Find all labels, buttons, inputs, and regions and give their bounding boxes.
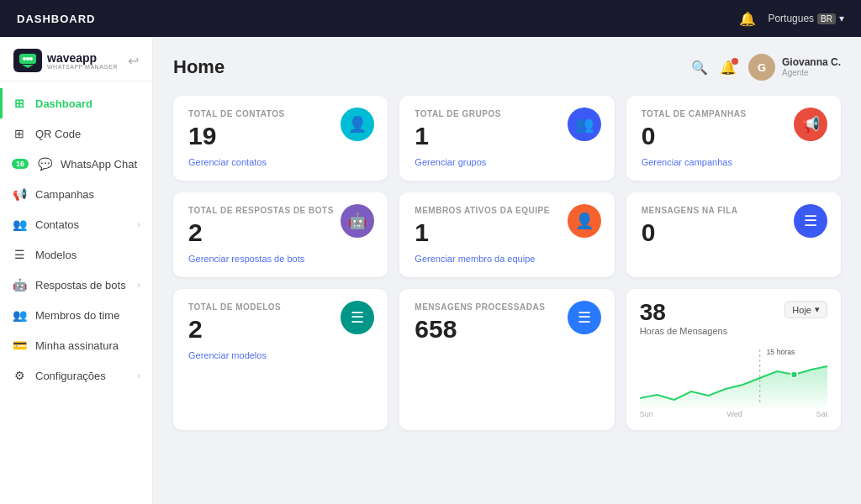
flag-badge: BR	[817, 13, 836, 24]
user-name: Giovanna C.	[782, 56, 841, 68]
sidebar-item-respostas-bots[interactable]: 🤖 Respostas de bots ›	[0, 270, 152, 300]
svg-point-5	[790, 371, 797, 378]
lang-chevron: ▾	[839, 13, 844, 24]
membros-icon: 👥	[12, 307, 27, 323]
svg-point-3	[29, 57, 33, 60]
contatos-arrow: ›	[137, 219, 140, 229]
sidebar-item-label: QR Code	[35, 128, 140, 140]
sidebar-item-label: Dashboard	[35, 97, 140, 110]
grupos-card-icon: 👥	[568, 108, 601, 141]
campanhas-icon: 📢	[12, 186, 27, 202]
card-total-campanhas: 📢 TOTAL DE CAMPANHAS 0 Gerenciar campanh…	[626, 96, 841, 181]
chart-x-labels: Sun Wed Sat	[640, 410, 827, 418]
sidebar-item-label: Modelos	[35, 249, 140, 261]
logo-sub: WHATSAPP MANAGER	[47, 64, 118, 70]
card-total-grupos: 👥 TOTAL DE GRUPOS 1 Gerenciar grupos	[399, 96, 614, 181]
search-icon[interactable]: 🔍	[691, 60, 708, 76]
logo-name: waveapp	[47, 52, 118, 64]
topbar: DASHBOARD 🔔 Portugues BR ▾	[0, 0, 861, 37]
bell-icon[interactable]: 🔔	[739, 11, 756, 27]
campanhas-card-icon: 📢	[794, 108, 827, 141]
sidebar-item-label: Configurações	[35, 370, 129, 382]
processadas-card-icon: ☰	[568, 301, 601, 334]
header-right: 🔍 🔔 G Giovanna C. Agente	[691, 54, 841, 81]
card-mensagens-fila: ☰ MENSAGENS NA FILA 0	[626, 192, 841, 277]
membros-card-icon: 👤	[568, 204, 601, 238]
dashboard-icon: ⊞	[12, 96, 27, 111]
chart-svg: 15 horas	[640, 341, 827, 408]
sidebar-item-modelos[interactable]: ☰ Modelos	[0, 239, 152, 270]
sidebar-logo: waveapp WHATSAPP MANAGER ↩	[0, 37, 152, 81]
sidebar-item-label: Minha assinatura	[35, 339, 140, 352]
chart-label-sun: Sun	[640, 410, 653, 418]
card-membros-ativos: 👤 MEMBROS ATIVOS DA EQUIPE 1 Gerenciar m…	[399, 192, 614, 277]
sidebar-item-campanhas[interactable]: 📢 Campanhas	[0, 179, 152, 209]
card-mensagens-processadas: ☰ MENSAGENS PROCESSADAS 658	[399, 289, 614, 430]
sidebar-item-configuracoes[interactable]: ⚙ Configurações ›	[0, 360, 152, 391]
chart-header: 38 Horas de Mensagens Hoje ▾	[640, 301, 827, 336]
membros-link[interactable]: Gerenciar membro da equipe	[415, 254, 599, 264]
chart-info: 38 Horas de Mensagens	[640, 301, 728, 336]
sidebar-item-minha-assinatura[interactable]: 💳 Minha assinatura	[0, 330, 152, 360]
chart-label-sat: Sat	[816, 410, 827, 418]
cards-grid-bottom: ☰ TOTAL DE MODELOS 2 Gerenciar modelos ☰…	[173, 289, 841, 430]
chart-area: 15 horas	[640, 341, 827, 408]
logo-text: waveapp WHATSAPP MANAGER	[47, 52, 118, 70]
topbar-right: 🔔 Portugues BR ▾	[739, 11, 844, 27]
user-role: Agente	[782, 68, 841, 78]
campanhas-link[interactable]: Gerenciar campanhas	[642, 157, 826, 167]
page-title: Home	[173, 56, 224, 78]
language-selector[interactable]: Portugues BR ▾	[768, 13, 844, 24]
cards-grid-middle: 🤖 TOTAL DE RESPOSTAS DE BOTS 2 Gerenciar…	[173, 192, 841, 277]
chat-badge: 16	[12, 159, 29, 169]
main-content: Home 🔍 🔔 G Giovanna C. Agente 👤 TOTAL DE…	[153, 37, 861, 504]
logo-icon	[13, 49, 42, 72]
nav-items: ⊞ Dashboard ⊞ QR Code 16 💬 WhatsApp Chat…	[0, 81, 152, 504]
logo-area: waveapp WHATSAPP MANAGER	[13, 49, 118, 72]
sidebar-item-qrcode[interactable]: ⊞ QR Code	[0, 118, 152, 149]
svg-text:15 horas: 15 horas	[766, 348, 795, 356]
card-total-contatos: 👤 TOTAL DE CONTATOS 19 Gerenciar contato…	[173, 96, 388, 181]
card-total-modelos: ☰ TOTAL DE MODELOS 2 Gerenciar modelos	[173, 289, 388, 430]
collapse-icon[interactable]: ↩	[128, 53, 139, 69]
assinatura-icon: 💳	[12, 338, 27, 353]
fila-card-icon: ☰	[794, 204, 827, 238]
content-header: Home 🔍 🔔 G Giovanna C. Agente	[173, 54, 841, 81]
svg-point-2	[26, 57, 29, 60]
avatar: G	[748, 54, 775, 81]
sidebar-item-membros-time[interactable]: 👥 Membros do time	[0, 300, 152, 330]
bots-arrow: ›	[137, 280, 140, 290]
topbar-title: DASHBOARD	[17, 13, 96, 25]
sidebar-item-whatsapp-chat[interactable]: 16 💬 WhatsApp Chat	[0, 149, 152, 179]
sidebar-item-label: WhatsApp Chat	[61, 158, 140, 171]
chart-title: Horas de Mensagens	[640, 326, 728, 336]
card-respostas-bots: 🤖 TOTAL DE RESPOSTAS DE BOTS 2 Gerenciar…	[173, 192, 388, 277]
chart-period-label: Hoje	[792, 305, 811, 315]
chart-period-button[interactable]: Hoje ▾	[784, 301, 827, 318]
config-arrow: ›	[137, 370, 140, 381]
sidebar-item-contatos[interactable]: 👥 Contatos ›	[0, 209, 152, 239]
modelos-link[interactable]: Gerenciar modelos	[188, 350, 372, 360]
user-text: Giovanna C. Agente	[782, 56, 841, 78]
sidebar-item-dashboard[interactable]: ⊞ Dashboard	[0, 88, 152, 118]
bots-link[interactable]: Gerenciar respostas de bots	[188, 254, 372, 264]
user-info: G Giovanna C. Agente	[748, 54, 841, 81]
notif-dot	[732, 58, 738, 65]
chart-value: 38	[640, 301, 728, 324]
bots-icon: 🤖	[12, 277, 27, 292]
qrcode-icon: ⊞	[12, 126, 27, 141]
sidebar: waveapp WHATSAPP MANAGER ↩ ⊞ Dashboard ⊞…	[0, 37, 153, 504]
sidebar-item-label: Campanhas	[35, 188, 140, 201]
svg-point-1	[23, 57, 26, 60]
chart-label-wed: Wed	[726, 410, 742, 418]
sidebar-item-label: Contatos	[35, 218, 129, 231]
chart-card: 38 Horas de Mensagens Hoje ▾	[626, 289, 841, 430]
chart-period-arrow: ▾	[815, 304, 820, 315]
grupos-link[interactable]: Gerenciar grupos	[415, 157, 599, 167]
notification-icon[interactable]: 🔔	[720, 60, 737, 76]
modelos-icon: ☰	[12, 247, 27, 262]
contatos-link[interactable]: Gerenciar contatos	[188, 157, 372, 167]
config-icon: ⚙	[12, 368, 27, 383]
chat-icon: 💬	[37, 156, 52, 171]
sidebar-item-label: Membros do time	[35, 309, 140, 322]
